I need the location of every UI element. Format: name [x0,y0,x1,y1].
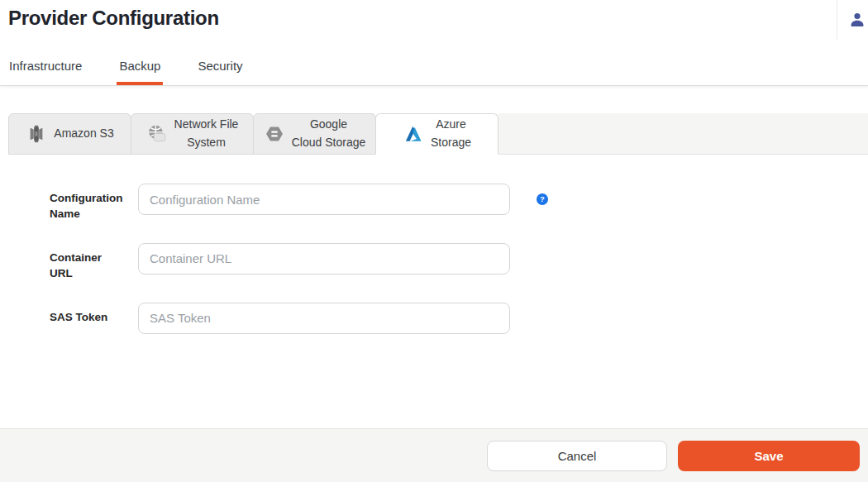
help-icon[interactable]: ? [537,193,548,205]
configuration-name-label: Configuration Name [50,184,138,222]
provider-configuration-page: Provider Configuration Infrastructure Ba… [0,0,868,482]
provider-tab-filler [498,113,868,155]
form-row-configuration-name: Configuration Name ? [50,184,868,222]
page-header: Provider Configuration [0,0,868,46]
network-file-system-icon [146,123,168,145]
tab-infrastructure-label: Infrastructure [9,59,82,73]
amazon-s3-icon [26,123,47,145]
tab-google-cloud-storage[interactable]: Google Cloud Storage [253,113,376,155]
tab-backup[interactable]: Backup [119,46,160,85]
azure-storage-form: Configuration Name ? Container URL SAS T… [0,155,868,334]
sas-token-input[interactable] [138,303,510,334]
user-icon[interactable] [849,12,866,28]
tab-google-cloud-storage-label: Google Cloud Storage [292,116,366,151]
tab-security-label: Security [198,59,242,73]
cancel-button[interactable]: Cancel [487,441,667,471]
tab-security[interactable]: Security [198,46,242,85]
tab-infrastructure[interactable]: Infrastructure [9,46,82,85]
backup-content: Amazon S3 Network File System [0,86,868,428]
tab-azure-storage[interactable]: Azure Storage [375,113,498,155]
google-cloud-storage-icon [264,123,285,145]
header-divider [837,0,837,40]
container-url-input[interactable] [138,243,510,274]
tab-azure-storage-label: Azure Storage [431,116,471,151]
save-button[interactable]: Save [678,441,860,471]
sas-token-label: SAS Token [50,303,138,326]
tab-backup-label: Backup [119,59,160,73]
configuration-name-input[interactable] [138,184,510,215]
form-row-container-url: Container URL [50,243,868,282]
footer-bar: Cancel Save [0,428,868,482]
tab-amazon-s3[interactable]: Amazon S3 [8,113,131,155]
container-url-label: Container URL [50,243,138,282]
main-tab-bar: Infrastructure Backup Security [0,46,868,86]
form-row-sas-token: SAS Token [50,303,868,334]
tab-amazon-s3-label: Amazon S3 [54,125,113,143]
provider-tab-bar: Amazon S3 Network File System [8,113,868,155]
header-right [837,0,868,40]
tab-network-file-system-label: Network File System [174,116,239,151]
page-title: Provider Configuration [0,0,868,30]
tab-network-file-system[interactable]: Network File System [131,113,254,155]
azure-storage-icon [403,123,424,145]
svg-text:?: ? [540,194,545,203]
